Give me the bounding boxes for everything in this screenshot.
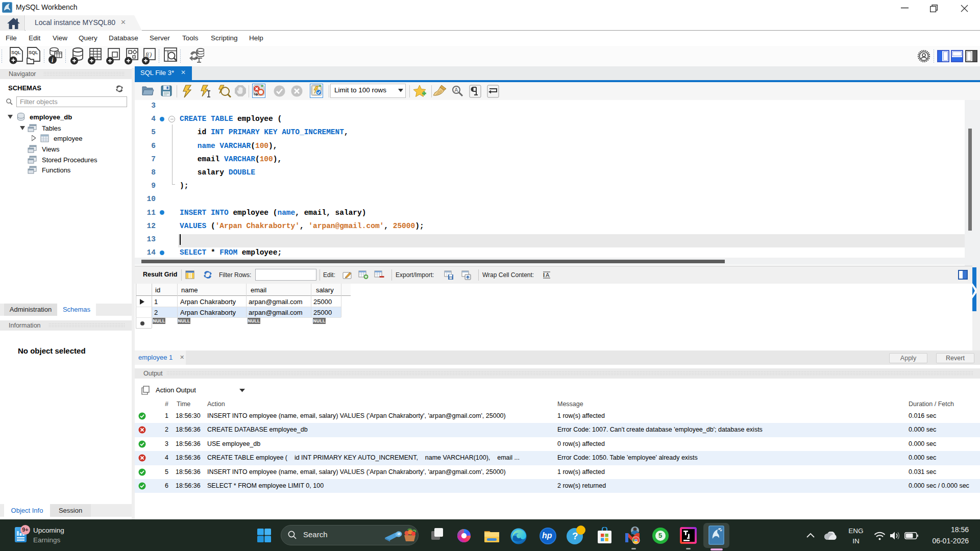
svg-text:A: A [546, 272, 550, 278]
svg-text:SQL: SQL [11, 50, 21, 55]
svg-text:I: I [543, 272, 545, 278]
svg-text:A: A [455, 87, 458, 93]
svg-text:SQL: SQL [29, 50, 38, 55]
